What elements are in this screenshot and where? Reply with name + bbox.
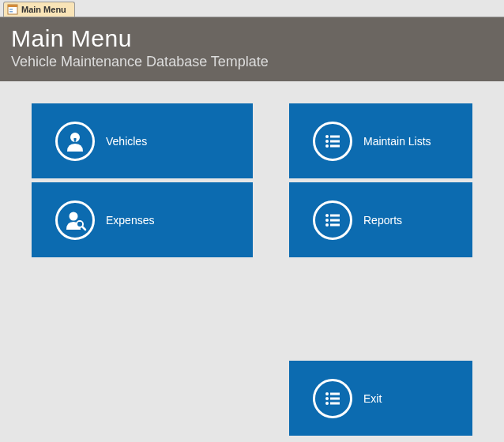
page-header: Main Menu Vehicle Maintenance Database T… bbox=[0, 17, 504, 81]
svg-rect-14 bbox=[330, 140, 340, 142]
svg-point-21 bbox=[325, 223, 329, 227]
svg-rect-2 bbox=[9, 9, 13, 10]
svg-rect-18 bbox=[330, 214, 340, 216]
svg-point-19 bbox=[325, 219, 329, 222]
tile-exit[interactable]: Exit bbox=[289, 361, 472, 436]
page-title: Main Menu bbox=[11, 25, 493, 52]
svg-point-9 bbox=[77, 222, 82, 227]
svg-marker-6 bbox=[74, 140, 76, 144]
tab-bar: Main Menu bbox=[0, 0, 504, 17]
svg-rect-16 bbox=[330, 144, 340, 147]
main-content: Vehicles Expenses Maintain Lists bbox=[0, 81, 504, 442]
svg-point-7 bbox=[70, 212, 78, 220]
page-subtitle: Vehicle Maintenance Database Template bbox=[11, 54, 493, 70]
list-icon bbox=[313, 122, 352, 161]
tile-reports[interactable]: Reports bbox=[289, 182, 472, 257]
tile-expenses[interactable]: Expenses bbox=[32, 182, 253, 257]
svg-rect-28 bbox=[330, 402, 340, 404]
tile-label: Maintain Lists bbox=[363, 135, 431, 148]
svg-rect-20 bbox=[330, 219, 340, 221]
svg-point-13 bbox=[325, 140, 329, 143]
svg-rect-5 bbox=[74, 138, 77, 140]
svg-line-10 bbox=[82, 227, 85, 230]
list-icon bbox=[313, 379, 352, 418]
tile-vehicles[interactable]: Vehicles bbox=[32, 103, 253, 178]
svg-rect-22 bbox=[330, 223, 340, 226]
tile-label: Expenses bbox=[106, 214, 154, 227]
svg-point-25 bbox=[325, 397, 329, 400]
svg-rect-24 bbox=[330, 392, 340, 395]
tab-label: Main Menu bbox=[21, 5, 66, 14]
svg-rect-12 bbox=[330, 135, 340, 137]
tile-label: Vehicles bbox=[106, 135, 147, 148]
svg-rect-3 bbox=[9, 11, 13, 13]
tile-label: Reports bbox=[363, 214, 402, 227]
tile-label: Exit bbox=[363, 392, 382, 405]
tab-main-menu[interactable]: Main Menu bbox=[3, 2, 75, 17]
svg-point-23 bbox=[325, 392, 329, 395]
svg-point-27 bbox=[325, 402, 329, 405]
list-icon bbox=[313, 200, 352, 240]
svg-rect-1 bbox=[8, 5, 17, 7]
svg-point-11 bbox=[325, 135, 329, 138]
svg-rect-26 bbox=[330, 397, 340, 399]
form-icon bbox=[7, 4, 18, 15]
tile-maintain-lists[interactable]: Maintain Lists bbox=[289, 103, 472, 178]
svg-point-15 bbox=[325, 144, 329, 148]
person-icon bbox=[55, 122, 95, 161]
svg-point-17 bbox=[325, 214, 329, 217]
person-search-icon bbox=[55, 200, 95, 240]
